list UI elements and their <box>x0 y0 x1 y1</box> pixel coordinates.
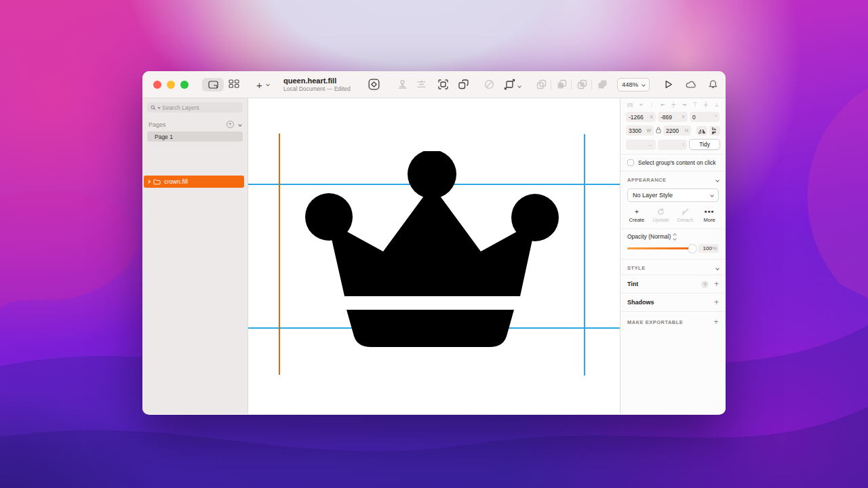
inspector-panel: |0| ≡ ⋮ ⇤ ┼ ⇥ ⊤ ╪ ⊥ -1266 X -869 Y <box>620 98 726 414</box>
y-position-field[interactable]: -869 Y <box>658 112 688 122</box>
tint-help-icon[interactable]: ? <box>701 281 709 288</box>
boolean-subtract-button[interactable] <box>555 79 568 91</box>
layer-list-sidebar: Pages + Page 1 crown.fill <box>142 98 248 414</box>
zoom-window-button[interactable] <box>180 81 189 89</box>
width-field[interactable]: 3300 W <box>626 125 654 136</box>
layer-style-dropdown[interactable]: No Layer Style <box>627 188 719 202</box>
add-page-button[interactable]: + <box>226 121 234 128</box>
y-value: -869 <box>660 114 672 121</box>
create-symbol-button[interactable] <box>396 79 408 91</box>
lock-proportions-button[interactable] <box>656 127 661 135</box>
notifications-button[interactable] <box>707 79 719 91</box>
boolean-intersect-button[interactable] <box>576 79 588 91</box>
detach-icon <box>682 208 689 216</box>
swap-element-button[interactable] <box>457 79 469 91</box>
opacity-slider-thumb[interactable] <box>688 245 696 253</box>
tidy-button-label: Tidy <box>699 141 710 148</box>
mask-button[interactable] <box>483 79 495 91</box>
document-title-block[interactable]: queen.heart.fill Local Document — Edited <box>283 76 351 92</box>
tidy-button[interactable]: Tidy <box>689 139 720 150</box>
search-layers-field[interactable] <box>147 102 243 113</box>
toolbar-divider <box>551 80 551 89</box>
toggle-sidebar-button[interactable] <box>202 78 224 92</box>
union-icon <box>536 79 547 90</box>
boolean-difference-button[interactable] <box>596 79 608 91</box>
insert-shape-button[interactable] <box>368 79 380 91</box>
tint-label: Tint <box>627 281 638 287</box>
more-style-options-button[interactable]: ••• More <box>697 207 722 223</box>
create-style-button[interactable]: + Create <box>625 207 649 223</box>
window-content: Pages + Page 1 crown.fill <box>142 98 726 414</box>
opacity-label: Opacity (Normal) <box>627 233 671 240</box>
flip-horizontal-button[interactable] <box>696 126 707 136</box>
vertical-guide-orange[interactable] <box>279 134 280 375</box>
align-center-h-icon[interactable]: ┼ <box>672 102 675 108</box>
distribute-button[interactable] <box>415 79 427 91</box>
detach-style-button[interactable]: Detach <box>673 207 698 223</box>
resize-constraints-row: ↔ ↕ Tidy <box>620 137 726 151</box>
cloud-sync-button[interactable] <box>684 79 696 91</box>
crown-shape[interactable] <box>305 151 563 354</box>
search-input[interactable] <box>162 104 230 111</box>
search-filter-chevron-icon <box>157 106 160 108</box>
pages-header-label: Pages <box>149 121 166 128</box>
disclosure-chevron-icon[interactable] <box>146 180 151 184</box>
insert-menu-button[interactable]: + <box>256 79 269 89</box>
rotation-field[interactable]: 0 ° <box>690 112 719 122</box>
tidy-spacing-icon[interactable]: |0| <box>627 102 633 108</box>
scale-button[interactable] <box>503 79 515 91</box>
align-middle-v-icon[interactable]: ╪ <box>704 102 707 108</box>
height-field[interactable]: 2200 H <box>663 125 691 136</box>
add-shadow-button[interactable]: + <box>714 298 719 306</box>
insert-diamond-icon <box>368 79 380 90</box>
collapse-style-chevron-icon[interactable] <box>715 266 719 270</box>
edit-vector-button[interactable] <box>437 79 449 91</box>
distribute-vertical-icon[interactable]: ≡ <box>639 102 642 108</box>
make-exportable-section-header: MAKE EXPORTABLE + <box>620 311 726 332</box>
opacity-value-field[interactable]: 100 % <box>698 244 719 253</box>
vertical-guide-blue[interactable] <box>584 134 585 375</box>
distribute-spacing-icon[interactable]: ⋮ <box>649 102 654 108</box>
boolean-union-button[interactable] <box>535 79 547 91</box>
preview-button[interactable] <box>662 79 674 91</box>
update-refresh-icon <box>657 208 665 216</box>
bell-icon <box>707 79 719 90</box>
page-name: Page 1 <box>155 134 173 140</box>
appearance-section-header: APPEARANCE <box>620 171 726 186</box>
close-window-button[interactable] <box>153 81 161 89</box>
group-content-label: Select group's content on click <box>638 159 716 166</box>
height-unit-label: H <box>685 128 688 133</box>
group-content-checkbox[interactable] <box>627 159 634 166</box>
scale-menu-chevron-icon[interactable] <box>517 84 521 88</box>
flip-vertical-icon <box>711 127 718 135</box>
align-right-icon[interactable]: ⇥ <box>682 102 686 108</box>
chevron-down-icon <box>710 193 714 197</box>
add-export-button[interactable]: + <box>713 318 719 326</box>
vertical-resize-icon: ↕ <box>682 142 684 148</box>
add-tint-button[interactable]: + <box>714 280 719 288</box>
collapse-appearance-chevron-icon[interactable] <box>715 178 719 182</box>
y-unit-label: Y <box>682 115 685 119</box>
x-unit-label: X <box>650 115 653 119</box>
opacity-slider[interactable] <box>627 247 695 249</box>
update-style-button[interactable]: Update <box>649 207 673 223</box>
horizontal-resizing-field[interactable]: ↔ <box>626 140 656 150</box>
blend-mode-stepper-icon[interactable] <box>673 234 676 240</box>
flip-vertical-button[interactable] <box>709 126 720 136</box>
align-top-icon[interactable]: ⊤ <box>693 102 698 108</box>
align-left-icon[interactable]: ⇤ <box>660 102 665 108</box>
toggle-grid-view-button[interactable] <box>229 79 239 91</box>
layer-list-item-selected[interactable]: crown.fill <box>144 176 244 188</box>
zoom-level-dropdown[interactable]: 448% <box>617 78 650 92</box>
vertical-resizing-field[interactable]: ↕ <box>658 140 688 150</box>
collapse-pages-chevron-icon[interactable] <box>238 123 242 127</box>
minimize-window-button[interactable] <box>167 81 175 89</box>
more-label: More <box>704 217 715 223</box>
page-list-item[interactable]: Page 1 <box>147 131 243 142</box>
difference-icon <box>597 79 608 90</box>
align-bottom-icon[interactable]: ⊥ <box>714 102 719 108</box>
canvas[interactable] <box>248 98 620 414</box>
opacity-unit-label: % <box>712 245 717 251</box>
zoom-level-value: 448% <box>622 81 638 88</box>
x-position-field[interactable]: -1266 X <box>626 112 656 122</box>
